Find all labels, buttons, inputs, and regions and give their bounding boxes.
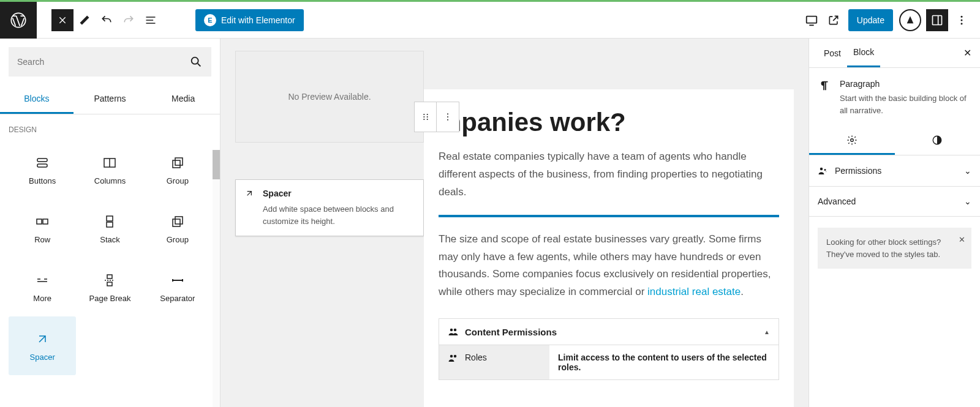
svg-rect-12: [37, 219, 42, 224]
svg-rect-19: [107, 282, 112, 286]
drag-handle-icon[interactable]: [415, 102, 437, 132]
styles-notice: Looking for other block settings? They'v…: [818, 228, 971, 269]
block-buttons[interactable]: Buttons: [9, 140, 76, 199]
more-icon[interactable]: [437, 102, 459, 132]
svg-point-33: [851, 139, 854, 142]
svg-rect-13: [43, 219, 48, 224]
search-input-wrap: [9, 47, 211, 77]
edit-with-elementor-button[interactable]: E Edit with Elementor: [195, 9, 304, 31]
top-toolbar: E Edit with Elementor Update: [0, 2, 980, 39]
tab-post[interactable]: Post: [818, 40, 847, 67]
expand-icon: [244, 189, 254, 198]
svg-rect-17: [175, 217, 183, 224]
svg-rect-2: [933, 15, 942, 24]
close-button[interactable]: [51, 9, 74, 31]
category-design: DESIGN: [0, 114, 220, 140]
svg-point-31: [450, 355, 453, 358]
svg-rect-7: [37, 159, 47, 162]
editor-canvas: No Preview Available. Spacer Add white s…: [221, 39, 809, 407]
block-title: Paragraph: [840, 79, 971, 89]
wordpress-logo[interactable]: [0, 2, 37, 39]
permissions-icon: [818, 165, 829, 176]
svg-rect-15: [107, 222, 113, 227]
block-info: Paragraph Start with the basic building …: [809, 68, 980, 127]
accordion-advanced[interactable]: Advanced ⌄: [809, 187, 980, 217]
content-area: mpanies work? Real estate companies typi…: [424, 89, 794, 407]
svg-point-36: [824, 169, 826, 171]
content-permissions-section: Content Permissions ▲ Roles Limit access…: [439, 318, 779, 380]
dismiss-notice-icon[interactable]: ✕: [959, 234, 965, 246]
block-separator[interactable]: Separator: [144, 258, 211, 316]
block-group[interactable]: Group: [144, 140, 211, 199]
block-stack[interactable]: Stack: [76, 199, 143, 258]
search-input[interactable]: [17, 57, 189, 67]
tab-block[interactable]: Block: [847, 39, 880, 67]
svg-point-26: [447, 113, 448, 114]
svg-rect-11: [175, 158, 183, 165]
svg-point-32: [454, 355, 457, 358]
permissions-body-text: Limit access to the content to users of …: [549, 345, 778, 379]
block-row[interactable]: Row: [9, 199, 76, 258]
accordion-permissions[interactable]: Permissions ⌄: [809, 155, 980, 187]
list-view-icon[interactable]: [140, 9, 162, 31]
paragraph-1[interactable]: Real estate companies typically have a t…: [439, 148, 779, 201]
close-panel-icon[interactable]: ✕: [963, 47, 971, 59]
svg-point-21: [423, 116, 424, 118]
chevron-up-icon: ▲: [764, 329, 770, 335]
svg-rect-16: [173, 219, 180, 226]
preview-box: No Preview Available.: [235, 51, 424, 143]
permissions-header[interactable]: Content Permissions ▲: [439, 319, 778, 345]
svg-point-5: [961, 23, 963, 24]
block-spacer[interactable]: Spacer: [9, 316, 76, 375]
block-grid: Buttons Columns Group Row Stack Group Mo…: [0, 140, 220, 375]
svg-point-35: [820, 168, 823, 171]
inserter-tabs: Blocks Patterns Media: [0, 85, 220, 114]
edit-icon[interactable]: [74, 9, 96, 31]
tab-patterns[interactable]: Patterns: [74, 85, 147, 114]
tab-media[interactable]: Media: [146, 85, 220, 114]
update-label: Update: [857, 15, 884, 25]
chevron-down-icon: ⌄: [964, 196, 971, 206]
svg-point-25: [426, 119, 428, 120]
settings-panel-toggle[interactable]: [926, 9, 948, 31]
svg-point-28: [447, 119, 448, 121]
block-toolbar: [414, 102, 459, 132]
permissions-title: Content Permissions: [465, 327, 557, 337]
svg-point-6: [192, 58, 198, 64]
desktop-view-icon[interactable]: [801, 9, 823, 31]
svg-point-20: [423, 114, 424, 115]
subtab-styles[interactable]: [895, 127, 981, 155]
tab-blocks[interactable]: Blocks: [0, 85, 74, 114]
block-page-break[interactable]: Page Break: [76, 258, 143, 316]
block-tooltip: Spacer Add white space between blocks an…: [235, 179, 424, 236]
paragraph-2[interactable]: The size and scope of real estate busine…: [439, 231, 779, 302]
astra-icon[interactable]: [899, 9, 921, 31]
block-columns[interactable]: Columns: [76, 140, 143, 199]
heading-block[interactable]: mpanies work?: [439, 89, 779, 137]
users-icon: [448, 326, 459, 337]
svg-rect-1: [807, 16, 817, 23]
update-button[interactable]: Update: [848, 9, 893, 31]
elementor-icon: E: [204, 14, 216, 26]
block-desc: Start with the basic building block of a…: [840, 92, 971, 116]
subtab-settings[interactable]: [809, 127, 895, 155]
scrollbar[interactable]: [213, 150, 220, 407]
paragraph-icon: [818, 79, 831, 92]
permissions-roles-tab[interactable]: Roles: [439, 345, 549, 379]
block-group-2[interactable]: Group: [144, 199, 211, 258]
insertion-indicator: [439, 215, 779, 217]
more-options-icon[interactable]: [951, 9, 973, 31]
notice-text: Looking for other block settings? They'v…: [826, 237, 941, 259]
external-link-icon[interactable]: [823, 9, 845, 31]
svg-point-24: [426, 116, 428, 118]
heading-text: mpanies work?: [439, 108, 626, 136]
svg-point-4: [961, 19, 963, 21]
chevron-down-icon: ⌄: [964, 166, 971, 176]
svg-point-23: [426, 114, 428, 115]
undo-icon[interactable]: [96, 9, 118, 31]
svg-rect-8: [37, 164, 47, 167]
industrial-link[interactable]: industrial real estate: [647, 286, 741, 297]
redo-icon[interactable]: [118, 9, 140, 31]
block-more[interactable]: More: [9, 258, 76, 316]
svg-point-29: [450, 329, 453, 332]
